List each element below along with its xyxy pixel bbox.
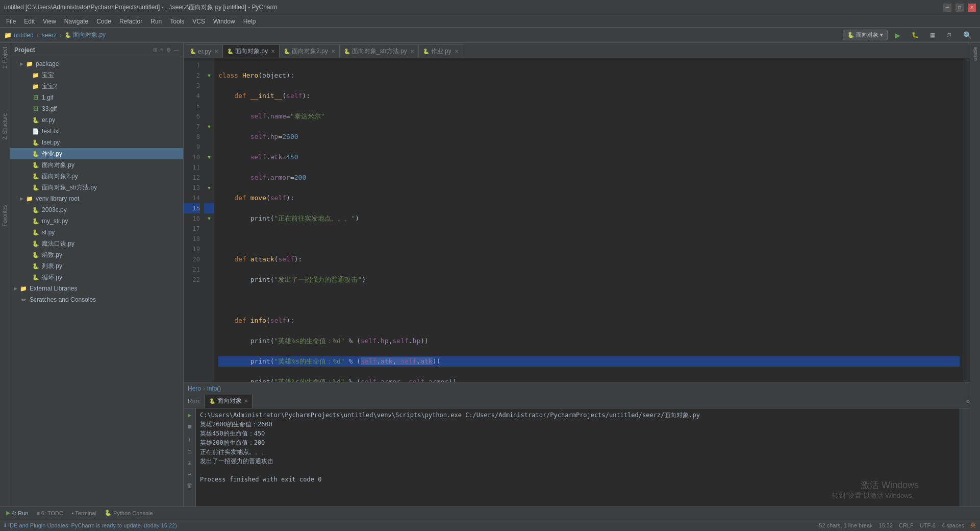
tab-miandui[interactable]: 🐍 面向对象.py ✕ bbox=[223, 44, 280, 58]
coverage-button[interactable]: ▦ bbox=[926, 31, 939, 39]
expand-all-icon[interactable]: ⊞ bbox=[153, 47, 157, 53]
compare-button[interactable]: ⊞ bbox=[185, 458, 194, 468]
breadcrumb-info[interactable]: info() bbox=[207, 385, 221, 392]
tree-item-2003c[interactable]: 🐍 2003c.py bbox=[10, 204, 183, 215]
project-label[interactable]: 1: Project bbox=[1, 45, 9, 70]
run-button[interactable]: ▶ bbox=[891, 30, 904, 40]
maximize-button[interactable]: □ bbox=[956, 4, 964, 12]
tab-close-icon[interactable]: ✕ bbox=[410, 49, 414, 54]
tree-item-miandui[interactable]: 🐍 面向对象.py bbox=[10, 159, 183, 171]
tab-miandui-str[interactable]: 🐍 面向对象_str方法.py ✕ bbox=[340, 44, 419, 58]
position-info[interactable]: 15:32 bbox=[879, 522, 893, 528]
settings-icon[interactable]: ⚙ bbox=[166, 47, 171, 53]
minimize-button[interactable]: ─ bbox=[943, 4, 951, 12]
tree-item-liebiao[interactable]: 🐍 列表.py bbox=[10, 260, 183, 272]
indent[interactable]: 4 spaces bbox=[942, 522, 964, 528]
collapse-all-icon[interactable]: ≡ bbox=[160, 47, 163, 53]
breadcrumb-untitled[interactable]: untitled bbox=[14, 32, 34, 39]
favorites-label[interactable]: Favorites bbox=[1, 203, 9, 228]
fold-arrow[interactable]: ▼ bbox=[204, 70, 214, 81]
output-exit: Process finished with exit code 0 bbox=[200, 475, 956, 484]
main-content: 1: Project 2: Structure Favorites Projec… bbox=[0, 43, 980, 506]
menu-code[interactable]: Code bbox=[92, 17, 115, 26]
code-editor[interactable]: class Hero(object): def __init__(self): … bbox=[214, 58, 964, 382]
tab-close-icon[interactable]: ✕ bbox=[331, 49, 335, 54]
fold-arrow[interactable]: ▼ bbox=[204, 122, 214, 132]
print-button[interactable]: ⊟ bbox=[185, 447, 194, 456]
tree-item-scratches[interactable]: ✏ Scratches and Consoles bbox=[10, 294, 183, 305]
tree-label: 宝宝 bbox=[42, 71, 54, 80]
run-tab-miandui[interactable]: 🐍 面向对象 ✕ bbox=[205, 395, 253, 408]
tree-item-package[interactable]: ▶ 📁 package bbox=[10, 58, 183, 69]
menu-file[interactable]: File bbox=[2, 17, 20, 26]
menu-vcs[interactable]: VCS bbox=[188, 17, 209, 26]
menu-view[interactable]: View bbox=[39, 17, 60, 26]
tab-py-icon: 🐍 bbox=[190, 49, 196, 54]
tree-item-test[interactable]: 📄 test.txt bbox=[10, 126, 183, 137]
tab-close-icon[interactable]: ✕ bbox=[271, 49, 275, 54]
tree-item-venv[interactable]: ▶ 📁 venv library root bbox=[10, 193, 183, 204]
rerun-button[interactable]: ▶ bbox=[185, 411, 194, 420]
line-ending[interactable]: CRLF bbox=[899, 522, 914, 528]
encoding[interactable]: UTF-8 bbox=[920, 522, 936, 528]
tree-item-hanshu[interactable]: 🐍 函数.py bbox=[10, 249, 183, 260]
output-line-3: 英雄200的生命值：200 bbox=[200, 438, 956, 447]
fold-arrow[interactable]: ▼ bbox=[204, 152, 214, 162]
menu-navigate[interactable]: Navigate bbox=[60, 17, 92, 26]
tree-item-miandui-str[interactable]: 🐍 面向对象_str方法.py bbox=[10, 182, 183, 193]
tree-item-bz2[interactable]: 📁 宝宝2 bbox=[10, 81, 183, 92]
tree-item-sf[interactable]: 🐍 sf.py bbox=[10, 227, 183, 238]
tree-item-mofajue[interactable]: 🐍 魔法口诀.py bbox=[10, 238, 183, 249]
menu-run[interactable]: Run bbox=[146, 17, 166, 26]
breadcrumb-hero[interactable]: Hero bbox=[188, 385, 201, 392]
tree-label: er.py bbox=[42, 116, 55, 124]
tree-item-zuoye[interactable]: 🐍 作业.py bbox=[10, 148, 183, 159]
breadcrumb-file[interactable]: 面向对象.py bbox=[73, 31, 106, 39]
soft-wrap-button[interactable]: ↩ bbox=[185, 470, 194, 479]
tree-item-bz1[interactable]: 📁 宝宝 bbox=[10, 69, 183, 81]
gradle-label[interactable]: Gradle bbox=[972, 45, 979, 63]
close-button[interactable]: ✕ bbox=[968, 4, 976, 12]
debug-button[interactable]: 🐛 bbox=[908, 31, 923, 39]
folder-icon: 📁 bbox=[26, 61, 34, 67]
run-right-controls bbox=[960, 408, 970, 506]
menu-window[interactable]: Window bbox=[209, 17, 239, 26]
tab-close-icon[interactable]: ✕ bbox=[214, 49, 218, 54]
tab-close-icon[interactable]: ✕ bbox=[455, 49, 459, 54]
tab-miandui2[interactable]: 🐍 面向对象2.py ✕ bbox=[280, 44, 340, 58]
tree-item-tset[interactable]: 🐍 tset.py bbox=[10, 137, 183, 148]
tab-terminal[interactable]: ▪ Terminal bbox=[67, 508, 100, 519]
fold-arrow[interactable]: ▼ bbox=[204, 183, 214, 193]
tree-item-er[interactable]: 🐍 er.py bbox=[10, 114, 183, 126]
stop-button[interactable]: ■ bbox=[185, 422, 194, 431]
menu-help[interactable]: Help bbox=[239, 17, 260, 26]
close-panel-icon[interactable]: — bbox=[174, 47, 179, 53]
run-tab-close-icon[interactable]: ✕ bbox=[244, 398, 248, 404]
minimap bbox=[964, 58, 970, 382]
menu-edit[interactable]: Edit bbox=[20, 17, 39, 26]
tab-run[interactable]: ▶ 4: Run bbox=[2, 508, 32, 519]
breadcrumb-seerz[interactable]: seerz bbox=[42, 32, 57, 39]
fold-arrow[interactable]: ▼ bbox=[204, 213, 214, 224]
structure-label[interactable]: 2: Structure bbox=[1, 111, 9, 142]
profile-button[interactable]: ⏱ bbox=[942, 31, 956, 39]
tab-python-console[interactable]: 🐍 Python Console bbox=[100, 508, 157, 519]
tree-item-extlibs[interactable]: ▶ 📁 External Libraries bbox=[10, 283, 183, 294]
tree-item-miandui2[interactable]: 🐍 面向对象2.py bbox=[10, 171, 183, 182]
run-settings-icon[interactable]: ⚙ bbox=[966, 398, 970, 405]
menu-refactor[interactable]: Refactor bbox=[115, 17, 146, 26]
tree-item-gif1[interactable]: 🖼 1.gif bbox=[10, 92, 183, 103]
code-container[interactable]: 1 2 3 4 5 6 7 8 9 10 11 12 13 14 15 16 1 bbox=[184, 58, 970, 382]
tab-er[interactable]: 🐍 er.py ✕ bbox=[186, 44, 223, 58]
tab-todo[interactable]: ≡ 6: TODO bbox=[32, 508, 67, 519]
menu-tools[interactable]: Tools bbox=[166, 17, 188, 26]
tree-item-xunhuan[interactable]: 🐍 循环.py bbox=[10, 272, 183, 283]
folder-icon: 📁 bbox=[32, 72, 40, 79]
tab-zuoye[interactable]: 🐍 作业.py ✕ bbox=[419, 44, 463, 58]
clear-button[interactable]: 🗑 bbox=[185, 481, 194, 490]
tree-item-gif33[interactable]: 🖼 33.gif bbox=[10, 103, 183, 114]
run-config-selector[interactable]: 🐍 面向对象 ▾ bbox=[843, 30, 888, 40]
scroll-to-end-icon[interactable]: ↓ bbox=[185, 435, 194, 444]
search-button[interactable]: 🔍 bbox=[959, 30, 976, 40]
tree-item-mystr[interactable]: 🐍 my_str.py bbox=[10, 215, 183, 227]
